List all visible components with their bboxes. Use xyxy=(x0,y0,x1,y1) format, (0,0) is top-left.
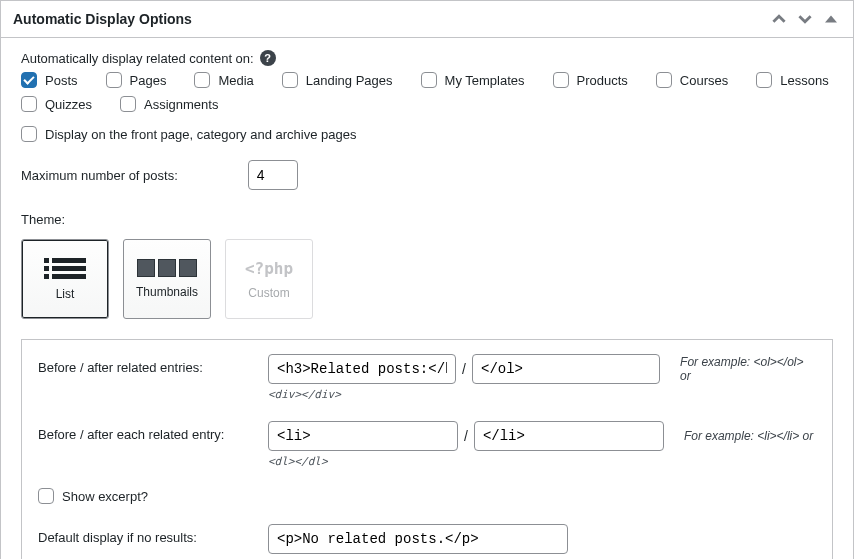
cb-products[interactable]: Products xyxy=(553,72,628,88)
cb-lessons[interactable]: Lessons xyxy=(756,72,828,88)
cb-show-excerpt[interactable]: Show excerpt? xyxy=(38,488,148,504)
php-icon: <?php xyxy=(245,259,293,278)
cb-show-excerpt-input[interactable] xyxy=(38,488,54,504)
before-entries-input[interactable] xyxy=(268,354,456,384)
theme-thumbnails-label: Thumbnails xyxy=(136,285,198,299)
move-up-icon[interactable] xyxy=(769,9,789,29)
cb-courses-input[interactable] xyxy=(656,72,672,88)
cb-posts-input[interactable] xyxy=(21,72,37,88)
panel-title: Automatic Display Options xyxy=(13,11,769,27)
cb-show-excerpt-label: Show excerpt? xyxy=(62,489,148,504)
panel-header: Automatic Display Options xyxy=(1,1,853,38)
theme-list-label: List xyxy=(56,287,75,301)
theme-custom: <?php Custom xyxy=(225,239,313,319)
list-icon xyxy=(44,258,86,279)
entry-hint: <dl></dl> xyxy=(268,455,816,468)
before-after-entries-label: Before / after related entries: xyxy=(38,354,268,375)
entries-hint: <div></div> xyxy=(268,388,816,401)
cb-front-page-input[interactable] xyxy=(21,126,37,142)
cb-products-input[interactable] xyxy=(553,72,569,88)
before-after-entry-label: Before / after each related entry: xyxy=(38,421,268,442)
separator: / xyxy=(462,361,466,377)
cb-front-page[interactable]: Display on the front page, category and … xyxy=(21,126,833,142)
cb-pages[interactable]: Pages xyxy=(106,72,167,88)
cb-courses[interactable]: Courses xyxy=(656,72,728,88)
theme-custom-label: Custom xyxy=(248,286,289,300)
before-entry-input[interactable] xyxy=(268,421,458,451)
theme-options: List Thumbnails <?php Custom xyxy=(21,239,833,319)
cb-landing-pages-label: Landing Pages xyxy=(306,73,393,88)
before-after-entry-row: Before / after each related entry: / For… xyxy=(38,421,816,468)
default-display-label: Default display if no results: xyxy=(38,524,268,545)
cb-landing-pages[interactable]: Landing Pages xyxy=(282,72,393,88)
after-entries-input[interactable] xyxy=(472,354,660,384)
cb-my-templates[interactable]: My Templates xyxy=(421,72,525,88)
cb-quizzes-label: Quizzes xyxy=(45,97,92,112)
auto-display-label-row: Automatically display related content on… xyxy=(21,50,833,66)
theme-thumbnails[interactable]: Thumbnails xyxy=(123,239,211,319)
cb-my-templates-input[interactable] xyxy=(421,72,437,88)
cb-pages-input[interactable] xyxy=(106,72,122,88)
cb-lessons-label: Lessons xyxy=(780,73,828,88)
auto-display-label: Automatically display related content on… xyxy=(21,51,254,66)
before-after-entries-row: Before / after related entries: / For ex… xyxy=(38,354,816,401)
cb-posts[interactable]: Posts xyxy=(21,72,78,88)
collapse-icon[interactable] xyxy=(821,9,841,29)
default-display-input[interactable] xyxy=(268,524,568,554)
panel-controls xyxy=(769,9,841,29)
cb-media[interactable]: Media xyxy=(194,72,253,88)
move-down-icon[interactable] xyxy=(795,9,815,29)
max-posts-row: Maximum number of posts: xyxy=(21,160,833,190)
cb-assignments-label: Assignments xyxy=(144,97,218,112)
help-icon[interactable]: ? xyxy=(260,50,276,66)
template-subpanel: Before / after related entries: / For ex… xyxy=(21,339,833,559)
max-posts-label: Maximum number of posts: xyxy=(21,168,178,183)
cb-products-label: Products xyxy=(577,73,628,88)
entries-example: For example: <ol></ol> or xyxy=(680,355,816,383)
after-entry-input[interactable] xyxy=(474,421,664,451)
entry-example: For example: <li></li> or xyxy=(684,429,813,443)
default-display-row: Default display if no results: xyxy=(38,524,816,554)
theme-list[interactable]: List xyxy=(21,239,109,319)
cb-assignments-input[interactable] xyxy=(120,96,136,112)
max-posts-input[interactable] xyxy=(248,160,298,190)
post-types-row: Posts Pages Media Landing Pages My Templ… xyxy=(21,72,833,112)
cb-pages-label: Pages xyxy=(130,73,167,88)
cb-lessons-input[interactable] xyxy=(756,72,772,88)
separator: / xyxy=(464,428,468,444)
cb-quizzes-input[interactable] xyxy=(21,96,37,112)
theme-label: Theme: xyxy=(21,212,833,227)
cb-courses-label: Courses xyxy=(680,73,728,88)
cb-quizzes[interactable]: Quizzes xyxy=(21,96,92,112)
automatic-display-options-panel: Automatic Display Options Automatically … xyxy=(0,0,854,559)
cb-front-page-label: Display on the front page, category and … xyxy=(45,127,356,142)
cb-media-input[interactable] xyxy=(194,72,210,88)
show-excerpt-row: Show excerpt? xyxy=(38,488,816,504)
cb-media-label: Media xyxy=(218,73,253,88)
cb-posts-label: Posts xyxy=(45,73,78,88)
cb-landing-pages-input[interactable] xyxy=(282,72,298,88)
panel-body: Automatically display related content on… xyxy=(1,38,853,559)
cb-my-templates-label: My Templates xyxy=(445,73,525,88)
cb-assignments[interactable]: Assignments xyxy=(120,96,218,112)
thumbnails-icon xyxy=(137,259,197,277)
